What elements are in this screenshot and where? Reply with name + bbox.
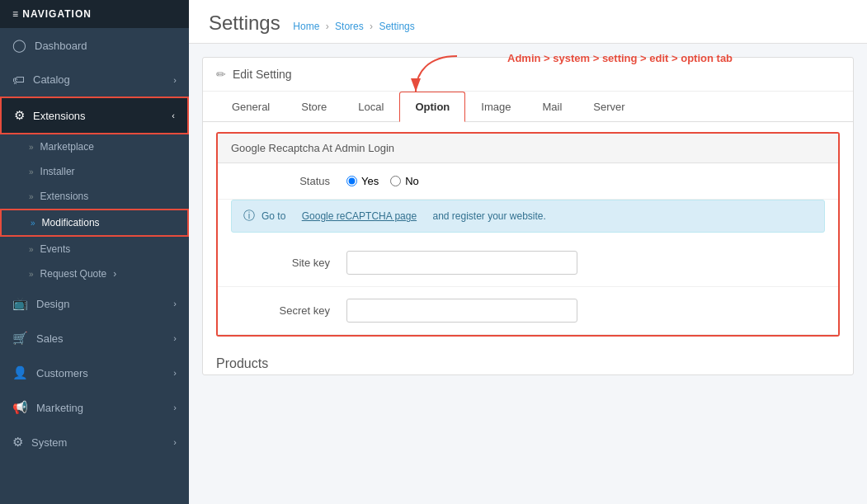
pencil-icon: ✏ — [216, 68, 226, 81]
chevron-right-icon: › — [173, 437, 177, 447]
tab-server[interactable]: Server — [577, 92, 640, 122]
breadcrumb-separator: › — [370, 21, 373, 32]
sidebar-item-catalog[interactable]: 🏷 Catalog › — [0, 63, 189, 97]
sidebar-item-label: Catalog — [33, 73, 70, 86]
annotation-text: Admin > system > setting > edit > option… — [507, 52, 733, 64]
radio-group: Yes No — [346, 175, 419, 187]
sidebar-item-label: Marketing — [36, 402, 83, 414]
breadcrumb-settings[interactable]: Settings — [379, 21, 414, 32]
chevron-down-icon: ‹ — [172, 111, 175, 120]
sidebar-sub-item-marketplace[interactable]: » Marketplace — [0, 134, 189, 159]
card-header-label: Edit Setting — [233, 68, 292, 81]
info-text: Go to — [262, 210, 285, 222]
sidebar-item-sales[interactable]: 🛒 Sales › — [0, 321, 189, 356]
nav-header-text: ≡ NAVIGATION — [12, 8, 92, 20]
status-label: Status — [231, 175, 346, 187]
sub-arrow-icon: » — [29, 167, 34, 177]
sidebar-sub-item-extensions[interactable]: » Extensions — [0, 184, 189, 209]
tab-local[interactable]: Local — [342, 92, 399, 122]
radio-yes[interactable]: Yes — [346, 175, 379, 187]
chevron-right-icon: › — [113, 268, 116, 280]
sidebar-item-label: System — [31, 436, 67, 449]
sidebar-sub-item-label: Modifications — [42, 217, 100, 228]
info-box: ⓘ Go to Google reCAPTCHA page and regist… — [231, 200, 825, 233]
status-row: Status Yes No — [218, 163, 838, 200]
sub-arrow-icon: » — [31, 219, 35, 228]
recaptcha-section: Google Recaptcha At Admin Login Status Y… — [216, 132, 840, 337]
sidebar-sub-item-request-quote[interactable]: » Request Quote › — [0, 261, 189, 286]
radio-yes-label: Yes — [361, 175, 379, 187]
products-label: Products — [216, 356, 268, 370]
breadcrumb: Home › Stores › Settings — [293, 21, 414, 32]
breadcrumb-home[interactable]: Home — [293, 21, 319, 32]
sidebar-sub-item-label: Events — [40, 243, 71, 255]
sidebar-item-design[interactable]: 📺 Design › — [0, 286, 189, 321]
page-title: Settings — [209, 12, 280, 34]
tab-image[interactable]: Image — [465, 92, 526, 122]
sub-arrow-icon: » — [29, 270, 34, 279]
chevron-right-icon: › — [173, 403, 177, 412]
tab-mail[interactable]: Mail — [526, 92, 577, 122]
tab-general[interactable]: General — [216, 92, 285, 122]
radio-no-input[interactable] — [390, 176, 401, 186]
site-key-input[interactable] — [346, 251, 577, 275]
sidebar-item-label: Extensions — [33, 110, 86, 122]
customers-icon: 👤 — [12, 365, 28, 380]
chevron-right-icon: › — [173, 333, 177, 343]
sidebar-sub-item-label: Marketplace — [40, 141, 94, 153]
secret-key-input[interactable] — [346, 299, 577, 323]
info-suffix: and register your website. — [432, 210, 545, 222]
radio-no[interactable]: No — [390, 175, 419, 187]
chevron-right-icon: › — [173, 299, 177, 309]
extensions-icon: ⚙ — [14, 108, 25, 123]
sidebar-sub-item-label: Request Quote — [40, 268, 107, 280]
sidebar-sub-item-modifications[interactable]: » Modifications — [0, 209, 189, 237]
tab-option[interactable]: Option — [399, 92, 465, 122]
sidebar-item-system[interactable]: ⚙ System › — [0, 425, 189, 459]
sidebar-item-customers[interactable]: 👤 Customers › — [0, 356, 189, 390]
marketing-icon: 📢 — [12, 400, 28, 415]
site-key-row: Site key — [218, 239, 838, 287]
chevron-right-icon: › — [173, 368, 177, 378]
site-key-label: Site key — [231, 257, 346, 269]
edit-setting-card: ✏ Edit Setting General Store Local Optio… — [202, 57, 854, 375]
nav-header: ≡ NAVIGATION — [0, 0, 189, 28]
sub-arrow-icon: » — [29, 192, 34, 201]
sidebar-item-label: Customers — [36, 367, 88, 379]
sidebar: ≡ NAVIGATION ◯ Dashboard 🏷 Catalog › ⚙ E… — [0, 0, 189, 504]
secret-key-label: Secret key — [231, 304, 346, 317]
sales-icon: 🛒 — [12, 331, 28, 346]
design-icon: 📺 — [12, 296, 28, 311]
sidebar-item-marketing[interactable]: 📢 Marketing › — [0, 390, 189, 425]
sub-arrow-icon: » — [29, 245, 34, 254]
breadcrumb-separator: › — [326, 21, 329, 32]
recaptcha-link[interactable]: Google reCAPTCHA page — [302, 210, 417, 222]
info-icon: ⓘ — [243, 209, 255, 224]
sidebar-item-label: Design — [36, 298, 69, 310]
sidebar-item-dashboard[interactable]: ◯ Dashboard — [0, 28, 189, 63]
sidebar-sub-item-events[interactable]: » Events — [0, 237, 189, 261]
radio-yes-input[interactable] — [346, 176, 357, 186]
sidebar-item-extensions[interactable]: ⚙ Extensions ‹ — [0, 97, 189, 134]
main-content: Settings Home › Stores › Settings Admin … — [189, 0, 867, 504]
page-header: Settings Home › Stores › Settings — [189, 0, 867, 44]
section-title: Google Recaptcha At Admin Login — [218, 134, 838, 163]
radio-no-label: No — [405, 175, 419, 187]
products-section: Products — [203, 346, 853, 374]
breadcrumb-stores[interactable]: Stores — [335, 21, 364, 32]
catalog-icon: 🏷 — [12, 73, 25, 87]
annotation-arrow — [412, 52, 461, 93]
secret-key-row: Secret key — [218, 287, 838, 335]
tab-store[interactable]: Store — [285, 92, 342, 122]
annotation: Admin > system > setting > edit > option… — [453, 52, 733, 93]
system-icon: ⚙ — [12, 435, 23, 450]
sidebar-item-label: Sales — [36, 332, 64, 345]
sidebar-sub-item-label: Extensions — [40, 191, 89, 202]
dashboard-icon: ◯ — [12, 38, 26, 53]
sub-arrow-icon: » — [29, 143, 34, 152]
sidebar-sub-item-installer[interactable]: » Installer — [0, 159, 189, 184]
tabs-container: General Store Local Option Image Mail — [203, 92, 853, 122]
sidebar-sub-item-label: Installer — [40, 166, 75, 177]
sidebar-item-label: Dashboard — [35, 40, 87, 52]
content-area: ✏ Edit Setting General Store Local Optio… — [189, 44, 867, 504]
